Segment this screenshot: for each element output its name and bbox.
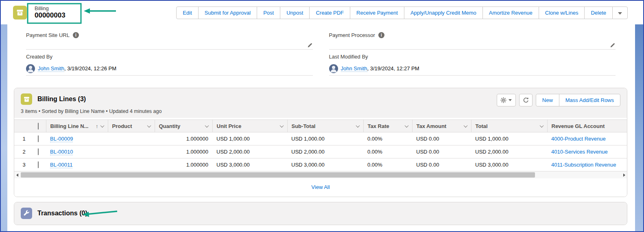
select-all-checkbox[interactable] bbox=[38, 123, 39, 130]
row-checkbox[interactable] bbox=[38, 161, 39, 168]
gl-account-link[interactable]: 4011-Subscription Revenue bbox=[551, 162, 616, 168]
chevron-down-icon[interactable] bbox=[539, 124, 544, 128]
gl-account-link[interactable]: 4000-Product Revenue bbox=[551, 136, 606, 142]
billing-lines-subtitle: 3 items • Sorted by Billing Line Name • … bbox=[21, 108, 620, 114]
unpost-button[interactable]: Unpost bbox=[280, 7, 310, 19]
chevron-down-icon[interactable] bbox=[100, 124, 104, 128]
chevron-down-icon[interactable] bbox=[356, 124, 360, 128]
view-all-row: View All bbox=[14, 178, 627, 197]
payment-site-url-label: Payment Site URL bbox=[26, 32, 70, 38]
horizontal-scrollbar[interactable] bbox=[14, 171, 627, 178]
chevron-down-icon[interactable] bbox=[279, 124, 284, 128]
receive-payment-button[interactable]: Receive Payment bbox=[350, 7, 404, 19]
triangle-right-icon bbox=[623, 173, 625, 177]
last-modified-by-datetime: , 3/19/2024, 12:27 PM bbox=[367, 65, 419, 72]
payment-site-url-value-row bbox=[26, 39, 313, 50]
col-product[interactable]: Product bbox=[108, 120, 155, 132]
col-total[interactable]: Total bbox=[471, 120, 547, 132]
row-checkbox[interactable] bbox=[38, 148, 39, 155]
transactions-icon bbox=[21, 208, 32, 219]
scrollbar-track[interactable] bbox=[20, 171, 621, 178]
col-label: Billing Line N... bbox=[50, 123, 89, 129]
tax-amount-cell: USD 0.00 bbox=[412, 132, 471, 145]
detail-left-column: Payment Site URL i Created By bbox=[26, 31, 313, 76]
billing-line-link[interactable]: BL-00009 bbox=[50, 136, 73, 142]
new-button[interactable]: New bbox=[536, 94, 559, 106]
user-avatar-icon bbox=[26, 64, 35, 73]
col-sub-total[interactable]: Sub-Total bbox=[287, 120, 363, 132]
tax-rate-cell: 0.00% bbox=[363, 158, 412, 171]
transactions-card: Transactions (0) bbox=[14, 202, 627, 225]
submit-for-approval-button[interactable]: Submit for Approval bbox=[198, 7, 257, 19]
right-background-strip bbox=[635, 24, 643, 231]
record-header: Billing 00000003 Edit Submit for Approva… bbox=[1, 1, 643, 24]
col-tax-rate[interactable]: Tax Rate bbox=[363, 120, 412, 132]
billing-line-name-cell: BL-00011 bbox=[46, 158, 108, 171]
create-pdf-button[interactable]: Create PDF bbox=[309, 7, 350, 19]
row-number: 3 bbox=[14, 158, 34, 171]
col-unit-price[interactable]: Unit Price bbox=[212, 120, 287, 132]
delete-button[interactable]: Delete bbox=[584, 7, 613, 19]
apply-unapply-credit-memo-button[interactable]: Apply/Unapply Credit Memo bbox=[404, 7, 483, 19]
mass-add-edit-rows-button[interactable]: Mass Add/Edit Rows bbox=[559, 94, 620, 106]
refresh-icon bbox=[523, 97, 529, 103]
gl-account-link[interactable]: 4010-Services Revenue bbox=[551, 149, 608, 155]
row-checkbox[interactable] bbox=[38, 135, 39, 142]
col-label: Unit Price bbox=[217, 123, 242, 129]
transactions-title[interactable]: Transactions (0) bbox=[37, 210, 87, 217]
chevron-down-icon bbox=[509, 99, 512, 101]
payment-site-url-field-label-row: Payment Site URL i bbox=[26, 31, 313, 39]
row-select-cell bbox=[34, 145, 46, 158]
payment-processor-value-row bbox=[329, 39, 616, 50]
tax-amount-cell: USD 0.00 bbox=[412, 145, 471, 158]
chevron-down-icon[interactable] bbox=[205, 124, 209, 128]
row-number: 1 bbox=[14, 132, 34, 145]
info-icon[interactable]: i bbox=[73, 32, 79, 38]
row-select-cell bbox=[34, 132, 46, 145]
last-modified-by-user-link[interactable]: John Smith bbox=[341, 65, 367, 72]
col-billing-line-name[interactable]: Billing Line N...↑ bbox=[46, 120, 108, 132]
chevron-down-icon[interactable] bbox=[147, 124, 151, 128]
table-row: 2 BL-00010 1.000000 USD 2,000.00 USD 2,0… bbox=[14, 145, 627, 158]
more-actions-button[interactable] bbox=[612, 7, 628, 19]
sub-total-cell: USD 2,000.00 bbox=[287, 145, 363, 158]
revenue-gl-account-cell: 4000-Product Revenue bbox=[547, 132, 627, 145]
scrollbar-thumb[interactable] bbox=[21, 172, 535, 178]
created-by-user-link[interactable]: John Smith bbox=[38, 65, 64, 72]
quantity-cell: 1.000000 bbox=[155, 145, 212, 158]
billing-lines-title[interactable]: Billing Lines (3) bbox=[37, 95, 86, 103]
tax-rate-cell: 0.00% bbox=[363, 145, 412, 158]
col-tax-amount[interactable]: Tax Amount bbox=[412, 120, 471, 132]
clone-w-lines-button[interactable]: Clone w/Lines bbox=[539, 7, 585, 19]
record-detail-panel: Payment Site URL i Created By bbox=[7, 24, 635, 76]
amortize-revenue-button[interactable]: Amortize Revenue bbox=[482, 7, 539, 19]
scroll-right-arrow[interactable] bbox=[621, 171, 627, 178]
chevron-down-icon bbox=[618, 12, 622, 15]
pencil-icon[interactable] bbox=[307, 42, 313, 48]
revenue-gl-account-cell: 4011-Subscription Revenue bbox=[547, 158, 627, 171]
billing-lines-icon bbox=[21, 93, 32, 105]
post-button[interactable]: Post bbox=[257, 7, 280, 19]
list-settings-button[interactable] bbox=[497, 94, 516, 106]
billing-line-link[interactable]: BL-00011 bbox=[50, 162, 72, 168]
row-number: 2 bbox=[14, 145, 34, 158]
chevron-down-icon[interactable] bbox=[463, 124, 467, 128]
view-all-link[interactable]: View All bbox=[311, 184, 330, 190]
billing-line-link[interactable]: BL-00010 bbox=[50, 149, 73, 155]
pencil-icon[interactable] bbox=[610, 42, 616, 48]
scroll-left-arrow[interactable] bbox=[14, 171, 20, 178]
refresh-button[interactable] bbox=[519, 94, 533, 106]
col-revenue-gl-account[interactable]: Revenue GL Account bbox=[547, 120, 627, 132]
product-cell bbox=[108, 132, 155, 145]
billing-lines-card-header: Billing Lines (3) 3 items • Sorted by Bi… bbox=[14, 88, 627, 118]
transactions-card-header: Transactions (0) bbox=[14, 202, 627, 225]
info-icon[interactable]: i bbox=[378, 32, 384, 38]
chevron-down-icon[interactable] bbox=[404, 124, 408, 128]
edit-button[interactable]: Edit bbox=[176, 7, 198, 19]
col-quantity[interactable]: Quantity bbox=[155, 120, 212, 132]
billing-lines-actions: New Mass Add/Edit Rows bbox=[497, 94, 620, 106]
select-all-header bbox=[34, 120, 46, 132]
table-header-row: Billing Line N...↑ Product Quantity Unit… bbox=[14, 120, 627, 132]
billing-line-name-cell: BL-00009 bbox=[46, 132, 108, 145]
billing-box-icon bbox=[23, 96, 30, 103]
